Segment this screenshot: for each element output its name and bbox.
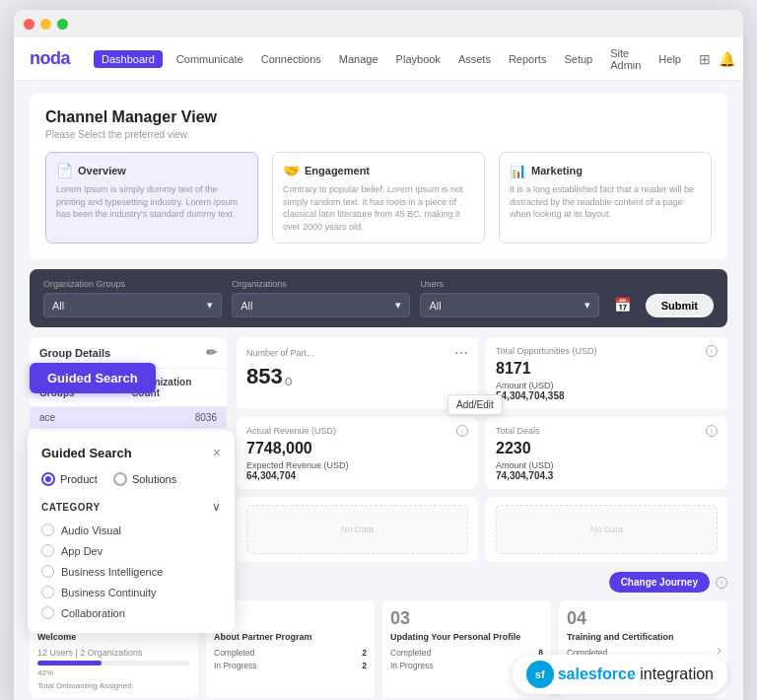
checkbox-app-dev[interactable]: App Dev <box>41 544 221 557</box>
nav-help[interactable]: Help <box>654 51 685 67</box>
journey-num-04: 04 <box>567 608 720 629</box>
journey-progress-label: 12 Users | 2 Organizations <box>37 648 190 658</box>
partners-suffix: o <box>285 373 293 388</box>
actual-revenue-label: Actual Revenue (USD) i <box>246 425 468 437</box>
org-table-edit-icon[interactable]: ✏ <box>206 345 217 360</box>
marketing-title: 📊 Marketing <box>510 163 701 178</box>
opportunities-value: 8171 <box>496 360 718 378</box>
checkbox-list: Audio Visual App Dev Business Intelligen… <box>41 524 221 619</box>
partners-menu[interactable]: ⋯ <box>454 345 468 361</box>
submit-button[interactable]: Submit <box>646 294 714 317</box>
partners-value: 853 <box>246 364 283 389</box>
category-header: CATEGORY ∨ <box>41 500 221 514</box>
category-chevron-icon[interactable]: ∨ <box>212 500 221 514</box>
amount-usd-value: 54,304,704,358 <box>496 390 718 401</box>
journey-name-03: Updating Your Personal Profile <box>390 632 543 642</box>
navbar: noda Dashboard Communicate Connections M… <box>14 37 743 81</box>
org-table-row: ace 8036 <box>30 407 227 429</box>
checkbox-business-continuity[interactable]: Business Continuity <box>41 586 221 598</box>
nav-assets[interactable]: Assets <box>454 51 495 67</box>
nav-setup[interactable]: Setup <box>560 51 596 67</box>
add-edit-tooltip: Add/Edit <box>447 394 503 415</box>
checkbox-audio-visual[interactable]: Audio Visual <box>41 524 221 536</box>
filter-organizations: Organizations All ▾ <box>232 279 410 317</box>
expected-revenue-label: Expected Revenue (USD) <box>246 460 468 470</box>
nav-reports[interactable]: Reports <box>505 51 551 67</box>
panel-header: Guided Search × <box>41 445 221 460</box>
journey-name-02: About Partner Program <box>214 632 367 642</box>
checkbox-business-intelligence[interactable]: Business Intelligence <box>41 565 221 578</box>
actual-revenue-card: Actual Revenue (USD) i 7748,000 Expected… <box>237 417 478 489</box>
channel-manager-card: Channel Manager View Please Select the p… <box>30 93 727 259</box>
view-option-marketing[interactable]: 📊 Marketing It is a long established fac… <box>499 152 712 244</box>
stats-grid: Number of Part... ⋯ 853 o Total Opportun… <box>237 337 727 562</box>
opportunities-card: Total Opportunities (USD) i 8171 Amount … <box>486 337 727 409</box>
marketing-text: It is a long established fact that a rea… <box>510 183 701 221</box>
deals-amount-value: 74,304,704.3 <box>496 470 718 481</box>
org-table-title: Group Details <box>39 347 110 359</box>
journey-chevron-right-icon[interactable]: › <box>717 642 722 658</box>
deals-value: 2230 <box>496 440 718 457</box>
no-data-label-1: No Data <box>246 505 468 554</box>
engagement-icon: 🤝 <box>283 163 300 178</box>
maximize-dot[interactable] <box>57 19 68 30</box>
journey-stat-inprogress-02: In Progress 2 <box>214 661 367 670</box>
filter-org-groups-label: Organization Groups <box>43 279 222 289</box>
salesforce-badge: sf salesforce integration <box>513 655 727 694</box>
journey-info-icon[interactable]: i <box>716 577 727 589</box>
add-edit-label[interactable]: Add/Edit <box>456 399 494 410</box>
checkbox-collaboration[interactable]: Collaboration <box>41 606 221 619</box>
overview-title: 📄 Overview <box>56 163 247 178</box>
partners-card: Number of Part... ⋯ 853 o <box>237 337 478 409</box>
close-dot[interactable] <box>24 19 34 30</box>
calendar-icon[interactable]: 📅 <box>609 292 636 317</box>
change-journey-button[interactable]: Change Journey <box>609 572 710 593</box>
nav-communicate[interactable]: Communicate <box>172 51 247 67</box>
nav-playbook[interactable]: Playbook <box>392 51 445 67</box>
filter-users-select[interactable]: All ▾ <box>420 293 598 317</box>
partners-label: Number of Part... ⋯ <box>246 345 468 361</box>
checkbox-audio-visual-circle <box>41 524 54 536</box>
nav-site-admin[interactable]: Site Admin <box>606 45 645 73</box>
checkbox-business-intelligence-circle <box>41 565 54 578</box>
salesforce-logo: sf <box>526 661 554 688</box>
radio-product[interactable]: Product <box>41 472 98 486</box>
no-data-label-2: No Data <box>496 505 718 554</box>
filter-users: Users All ▾ <box>420 279 598 317</box>
expected-revenue-value: 64,304,704 <box>246 470 468 481</box>
nav-dashboard[interactable]: Dashboard <box>94 50 163 68</box>
view-option-engagement[interactable]: 🤝 Engagement Contrary to popular belief,… <box>272 152 485 244</box>
actual-revenue-info-icon[interactable]: i <box>456 425 468 437</box>
deals-card: Total Deals i 2230 Amount (USD) 74,304,7… <box>486 417 727 489</box>
filter-users-label: Users <box>420 279 598 289</box>
nav-connections[interactable]: Connections <box>257 51 325 67</box>
nav-manage[interactable]: Manage <box>335 51 382 67</box>
nav-right: ⊞ 🔔 👤 <box>699 46 743 72</box>
deals-amount-label: Amount (USD) <box>496 460 718 470</box>
amount-usd-label: Amount (USD) <box>496 381 718 390</box>
panel-close-button[interactable]: × <box>213 445 221 460</box>
view-options: 📄 Overview Lorem Ipsum is simply dummy t… <box>45 152 712 244</box>
engagement-title: 🤝 Engagement <box>283 163 474 178</box>
filter-org-groups-select[interactable]: All ▾ <box>43 293 222 317</box>
minimize-dot[interactable] <box>40 19 51 30</box>
filter-org-groups: Organization Groups All ▾ <box>43 279 222 317</box>
radio-solutions[interactable]: Solutions <box>113 472 176 486</box>
main-window: noda Dashboard Communicate Connections M… <box>14 10 743 700</box>
opportunities-label: Total Opportunities (USD) i <box>496 345 718 357</box>
overview-text: Lorem Ipsum is simply dummy text of the … <box>56 183 247 221</box>
deals-info-icon[interactable]: i <box>706 425 718 437</box>
filter-organizations-select[interactable]: All ▾ <box>232 293 410 317</box>
grid-icon[interactable]: ⊞ <box>699 51 711 67</box>
view-option-overview[interactable]: 📄 Overview Lorem Ipsum is simply dummy t… <box>45 152 258 244</box>
bell-icon[interactable]: 🔔 <box>719 51 735 67</box>
marketing-icon: 📊 <box>510 163 526 178</box>
no-data-card-2: No Data <box>486 497 727 562</box>
checkbox-app-dev-circle <box>41 544 54 557</box>
guided-search-button[interactable]: Guided Search <box>30 363 156 393</box>
journey-stat-completed-02: Completed 2 <box>214 648 367 658</box>
journey-stat-completed-03: Completed 8 <box>390 648 543 658</box>
opportunities-info-icon[interactable]: i <box>706 345 718 357</box>
journey-num-02: 02 <box>214 608 367 629</box>
filter-bar: Organization Groups All ▾ Organizations … <box>30 269 727 327</box>
